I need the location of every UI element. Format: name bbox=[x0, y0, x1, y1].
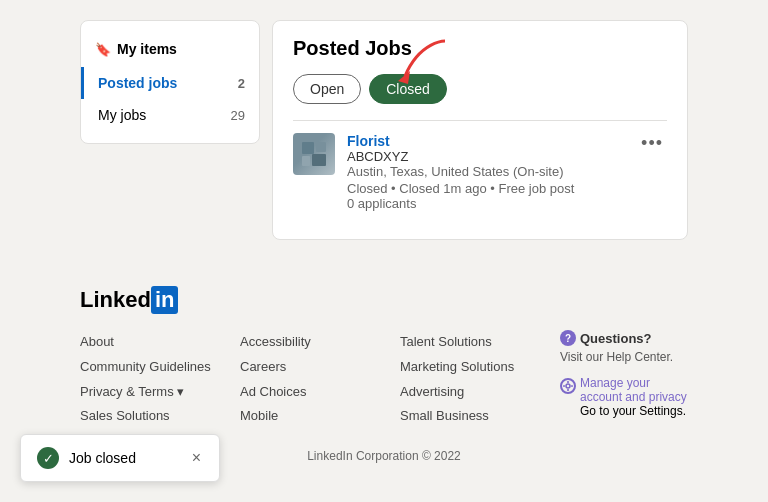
job-location: Austin, Texas, United States (On-site) bbox=[347, 164, 625, 179]
footer-link-adchoices[interactable]: Ad Choices bbox=[240, 380, 400, 405]
tab-open[interactable]: Open bbox=[293, 74, 361, 104]
svg-rect-2 bbox=[316, 142, 326, 152]
tabs-row: Open Closed bbox=[293, 74, 667, 104]
job-title[interactable]: Florist bbox=[347, 133, 625, 149]
jobs-panel-title: Posted Jobs bbox=[293, 37, 667, 60]
toast-notification: ✓ Job closed × bbox=[20, 434, 220, 482]
sidebar-item-my-jobs[interactable]: My jobs 29 bbox=[81, 99, 259, 131]
footer-link-mobile[interactable]: Mobile bbox=[240, 404, 400, 429]
footer-link-sales[interactable]: Sales Solutions bbox=[80, 404, 240, 429]
footer-link-community[interactable]: Community Guidelines bbox=[80, 355, 240, 380]
footer-link-talent[interactable]: Talent Solutions bbox=[400, 330, 560, 355]
gear-icon bbox=[560, 378, 576, 394]
bookmark-icon: 🔖 bbox=[95, 42, 111, 57]
questions-header: ? Questions? bbox=[560, 330, 688, 346]
company-logo bbox=[293, 133, 335, 175]
footer-link-marketing[interactable]: Marketing Solutions bbox=[400, 355, 560, 380]
footer-col-3: Talent Solutions Marketing Solutions Adv… bbox=[400, 330, 560, 429]
company-logo-icon bbox=[300, 140, 328, 168]
footer-links: About Community Guidelines Privacy & Ter… bbox=[80, 330, 688, 429]
copyright-text: LinkedIn Corporation © 2022 bbox=[307, 449, 461, 463]
toast-close-button[interactable]: × bbox=[190, 449, 203, 467]
linkedin-logo: Linkedin bbox=[80, 286, 688, 314]
footer-col-2: Accessibility Careers Ad Choices Mobile bbox=[240, 330, 400, 429]
footer-link-careers[interactable]: Careers bbox=[240, 355, 400, 380]
sidebar-item-posted-jobs[interactable]: Posted jobs 2 bbox=[81, 67, 259, 99]
manage-link-row: Manage your account and privacy Go to yo… bbox=[560, 376, 688, 418]
svg-rect-4 bbox=[312, 154, 326, 166]
footer-col-4: ? Questions? Visit our Help Center. Mana… bbox=[560, 330, 688, 429]
sidebar-title-text: My items bbox=[117, 41, 177, 57]
company-logo-inner bbox=[293, 133, 335, 175]
svg-rect-8 bbox=[563, 385, 565, 387]
svg-rect-1 bbox=[302, 142, 314, 154]
linkedin-text: Linked bbox=[80, 287, 151, 313]
toast-check-icon: ✓ bbox=[37, 447, 59, 469]
tab-closed[interactable]: Closed bbox=[369, 74, 447, 104]
sidebar-item-label: My jobs bbox=[98, 107, 146, 123]
footer-col-1: About Community Guidelines Privacy & Ter… bbox=[80, 330, 240, 429]
footer-link-accessibility[interactable]: Accessibility bbox=[240, 330, 400, 355]
sidebar-title: 🔖 My items bbox=[81, 33, 259, 67]
sidebar-item-badge: 29 bbox=[231, 108, 245, 123]
job-company: ABCDXYZ bbox=[347, 149, 625, 164]
toast-message: Job closed bbox=[69, 450, 180, 466]
footer-link-privacy[interactable]: Privacy & Terms ▾ bbox=[80, 380, 240, 405]
manage-settings-sub: Go to your Settings. bbox=[580, 404, 686, 418]
svg-rect-6 bbox=[567, 381, 569, 383]
questions-sub: Visit our Help Center. bbox=[560, 350, 688, 364]
job-more-options-button[interactable]: ••• bbox=[637, 133, 667, 154]
svg-rect-3 bbox=[302, 156, 310, 166]
footer-link-smallbiz[interactable]: Small Business bbox=[400, 404, 560, 429]
svg-rect-7 bbox=[567, 389, 569, 391]
footer-link-advertising[interactable]: Advertising bbox=[400, 380, 560, 405]
footer-link-about[interactable]: About bbox=[80, 330, 240, 355]
job-info: Florist ABCDXYZ Austin, Texas, United St… bbox=[347, 133, 625, 211]
job-status: Closed • Closed 1m ago • Free job post bbox=[347, 181, 625, 196]
sidebar-item-badge: 2 bbox=[238, 76, 245, 91]
sidebar: 🔖 My items Posted jobs 2 My jobs 29 bbox=[80, 20, 260, 144]
sidebar-item-label: Posted jobs bbox=[98, 75, 177, 91]
questions-label: Questions? bbox=[580, 331, 652, 346]
manage-account-link[interactable]: Manage your account and privacy bbox=[580, 376, 687, 404]
question-icon: ? bbox=[560, 330, 576, 346]
manage-text: Manage your account and privacy Go to yo… bbox=[580, 376, 688, 418]
job-card: Florist ABCDXYZ Austin, Texas, United St… bbox=[293, 120, 667, 223]
job-applicants: 0 applicants bbox=[347, 196, 625, 211]
jobs-panel: Posted Jobs Open Closed Florist ABCD bbox=[272, 20, 688, 240]
svg-rect-9 bbox=[571, 385, 573, 387]
svg-point-5 bbox=[566, 384, 570, 388]
linkedin-in: in bbox=[151, 286, 179, 314]
